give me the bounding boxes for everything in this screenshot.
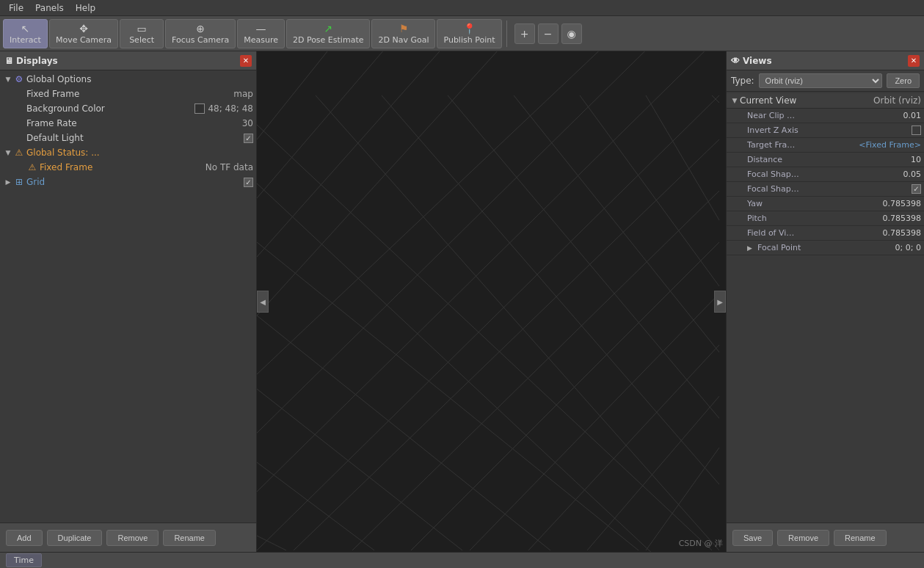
toolbar-focus-camera[interactable]: ⊕ Focus Camera: [165, 19, 236, 48]
frame-rate-row[interactable]: Frame Rate 30: [0, 116, 256, 131]
invert-z-row[interactable]: Invert Z Axis: [727, 123, 924, 138]
displays-monitor-icon: 🖥: [4, 56, 13, 66]
global-status-row[interactable]: ▼ ⚠ Global Status: ...: [0, 145, 256, 160]
toolbar-camera-btn[interactable]: ◉: [561, 23, 582, 44]
2d-nav-icon: ⚑: [399, 23, 409, 34]
global-options-icon: ⚙: [13, 73, 25, 85]
default-light-row[interactable]: Default Light ✓: [0, 131, 256, 145]
toolbar-2d-pose[interactable]: ↗ 2D Pose Estimate: [286, 19, 371, 48]
views-remove-button[interactable]: Remove: [777, 530, 829, 546]
views-title: 👁 Views: [731, 56, 772, 66]
move-camera-icon: ✥: [79, 23, 88, 34]
grid-row[interactable]: ▶ ⊞ Grid ✓: [0, 175, 256, 189]
yaw-row[interactable]: Yaw 0.785398: [727, 197, 924, 211]
toolbar-plus-btn[interactable]: +: [514, 23, 535, 44]
toolbar-publish-point[interactable]: 📍 Publish Point: [437, 19, 501, 48]
views-save-button[interactable]: Save: [732, 530, 773, 546]
svg-rect-0: [257, 51, 726, 552]
views-close-btn[interactable]: ✕: [908, 55, 920, 67]
global-status-expand[interactable]: ▼: [3, 148, 13, 158]
duplicate-button[interactable]: Duplicate: [47, 530, 103, 546]
fixed-frame-row[interactable]: Fixed Frame map: [0, 87, 256, 101]
remove-button[interactable]: Remove: [106, 530, 159, 546]
views-tree: ▼ Current View Orbit (rviz) Near Clip … …: [727, 92, 924, 523]
focal-shape2-row[interactable]: Focal Shap… ✓: [727, 182, 924, 197]
menu-panels[interactable]: Panels: [29, 1, 70, 15]
toolbar: ↖ Interact ✥ Move Camera ▭ Select ⊕ Focu…: [0, 16, 924, 51]
views-rename-button[interactable]: Rename: [834, 530, 887, 546]
views-icon: 👁: [731, 56, 740, 66]
toolbar-interact[interactable]: ↖ Interact: [3, 19, 48, 48]
fixed-frame-label: Fixed Frame: [26, 89, 228, 99]
displays-panel: 🖥 Displays ✕ ▼ ⚙ Global Options Fixed Fr…: [0, 51, 257, 552]
distance-value: 10: [911, 155, 921, 164]
views-footer: Save Remove Rename: [727, 523, 924, 552]
displays-tree: ▼ ⚙ Global Options Fixed Frame map Backg…: [0, 70, 256, 523]
current-view-expand[interactable]: ▼: [730, 95, 740, 106]
toolbar-minus-btn[interactable]: −: [538, 23, 559, 44]
zero-button[interactable]: Zero: [887, 73, 920, 88]
focal-point-expand[interactable]: ▶: [747, 244, 757, 252]
rename-button[interactable]: Rename: [163, 530, 216, 546]
focal-shape1-row[interactable]: Focal Shap… 0.05: [727, 167, 924, 182]
toolbar-2d-nav[interactable]: ⚑ 2D Nav Goal: [371, 19, 435, 48]
distance-row[interactable]: Distance 10: [727, 153, 924, 167]
grid-visibility-checkbox[interactable]: ✓: [244, 178, 253, 187]
current-view-label: Current View: [740, 95, 867, 106]
background-color-row[interactable]: Background Color 48; 48; 48: [0, 101, 256, 116]
pitch-label: Pitch: [747, 214, 883, 223]
fixed-frame-status-value: No TF data: [205, 162, 253, 172]
focal-shape2-checkbox: ✓: [912, 184, 921, 194]
invert-z-checkbox[interactable]: [912, 125, 921, 135]
default-light-label: Default Light: [26, 133, 238, 143]
toolbar-select[interactable]: ▭ Select: [120, 19, 164, 48]
2d-nav-label: 2D Nav Goal: [378, 35, 429, 45]
focal-shape2-label: Focal Shap…: [747, 184, 912, 194]
toolbar-separator: [506, 21, 507, 47]
type-label: Type:: [731, 76, 754, 86]
frame-rate-value: 30: [242, 118, 253, 128]
focal-shape2-check[interactable]: ✓: [912, 184, 921, 194]
fixed-frame-value: map: [233, 89, 253, 99]
focal-point-value: 0; 0; 0: [895, 243, 921, 252]
toolbar-measure[interactable]: — Measure: [237, 19, 285, 48]
type-select[interactable]: Orbit (rviz): [759, 73, 883, 88]
menu-file[interactable]: File: [3, 1, 29, 15]
3d-view[interactable]: ◀ ▶ CSDN @ 洋: [257, 51, 726, 552]
fov-value: 0.785398: [883, 228, 922, 238]
grid-checkbox: ✓: [244, 178, 253, 187]
invert-z-label: Invert Z Axis: [747, 125, 912, 135]
frame-rate-label: Frame Rate: [26, 118, 236, 128]
target-frame-row[interactable]: Target Fra… <Fixed Frame>: [727, 138, 924, 153]
yaw-label: Yaw: [747, 199, 883, 208]
2d-pose-label: 2D Pose Estimate: [293, 35, 364, 45]
fixed-frame-status-row[interactable]: ⚠ Fixed Frame No TF data: [0, 160, 256, 175]
add-button[interactable]: Add: [6, 530, 43, 546]
default-light-checkbox[interactable]: ✓: [244, 134, 253, 143]
grid-label: Grid: [26, 177, 238, 187]
views-panel: 👁 Views ✕ Type: Orbit (rviz) Zero ▼ Curr…: [726, 51, 924, 552]
move-camera-label: Move Camera: [56, 35, 112, 45]
near-clip-label: Near Clip …: [747, 111, 903, 120]
global-options-expand[interactable]: ▼: [3, 74, 13, 84]
grid-expand[interactable]: ▶: [3, 177, 13, 187]
displays-close-btn[interactable]: ✕: [240, 55, 252, 67]
distance-label: Distance: [747, 155, 911, 164]
time-tab[interactable]: Time: [6, 553, 42, 567]
fixed-frame-status-label: Fixed Frame: [40, 162, 200, 172]
menu-help[interactable]: Help: [70, 1, 101, 15]
fov-row[interactable]: Field of Vi… 0.785398: [727, 226, 924, 241]
fixed-frame-warning-icon: ⚠: [26, 161, 38, 173]
views-type-row: Type: Orbit (rviz) Zero: [727, 70, 924, 92]
focal-point-row[interactable]: ▶ Focal Point 0; 0; 0: [727, 241, 924, 255]
color-swatch[interactable]: [194, 103, 205, 114]
right-collapse-arrow[interactable]: ▶: [714, 291, 726, 313]
near-clip-row[interactable]: Near Clip … 0.01: [727, 109, 924, 123]
pitch-row[interactable]: Pitch 0.785398: [727, 211, 924, 226]
current-view-type: Orbit (rviz): [873, 95, 921, 106]
left-collapse-arrow[interactable]: ◀: [257, 291, 269, 313]
toolbar-move-camera[interactable]: ✥ Move Camera: [49, 19, 118, 48]
current-view-header[interactable]: ▼ Current View Orbit (rviz): [727, 93, 924, 109]
global-options-row[interactable]: ▼ ⚙ Global Options: [0, 72, 256, 87]
toolbar-extra-buttons: + − ◉: [514, 23, 582, 44]
